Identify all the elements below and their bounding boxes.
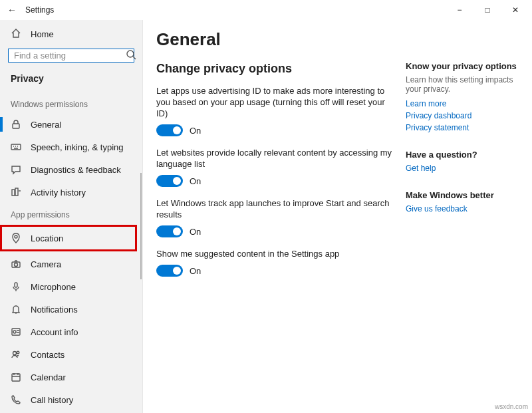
location-icon xyxy=(11,233,21,243)
keyboard-icon xyxy=(11,142,21,152)
mic-icon xyxy=(11,281,21,292)
sidebar-item-camera[interactable]: Camera xyxy=(0,253,142,275)
option-desc: Show me suggested content in the Setting… xyxy=(156,248,396,259)
link-learn-more[interactable]: Learn more xyxy=(406,99,519,108)
sidebar-item-contacts[interactable]: Contacts xyxy=(0,343,142,366)
windows-permissions-head: Windows permissions xyxy=(0,93,142,113)
search-icon xyxy=(126,49,136,62)
sidebar-item-diagnostics[interactable]: Diagnostics & feedback xyxy=(0,158,142,181)
sidebar-item-label: Camera xyxy=(31,259,61,269)
aside-panel: Know your privacy options Learn how this… xyxy=(406,29,519,413)
sidebar-item-label: Diagnostics & feedback xyxy=(31,165,121,175)
watermark: wsxdn.com xyxy=(495,403,528,410)
sidebar-item-label: Speech, inking, & typing xyxy=(31,142,123,152)
aside-group3-head: Make Windows better xyxy=(406,190,519,200)
page-title: General xyxy=(156,29,406,50)
sidebar-item-label: Account info xyxy=(31,327,78,337)
svg-rect-8 xyxy=(15,283,17,287)
sidebar-scroll-thumb[interactable] xyxy=(140,173,142,279)
svg-rect-13 xyxy=(12,374,20,381)
bell-icon xyxy=(11,304,21,315)
toggle-app-launches[interactable] xyxy=(156,225,183,237)
sidebar-item-general[interactable]: General xyxy=(0,113,142,136)
svg-point-11 xyxy=(13,352,17,355)
link-get-help[interactable]: Get help xyxy=(406,164,519,173)
sidebar-item-notifications[interactable]: Notifications xyxy=(0,298,142,321)
sidebar-item-location[interactable]: Location xyxy=(2,227,135,249)
option-language-list: Let websites provide locally relevant co… xyxy=(156,147,406,187)
svg-point-0 xyxy=(127,51,134,57)
sidebar-item-label: Contacts xyxy=(31,350,65,360)
sidebar-item-label: Notifications xyxy=(31,305,78,315)
sidebar-item-microphone[interactable]: Microphone xyxy=(0,275,142,298)
svg-rect-2 xyxy=(11,144,21,150)
toggle-advertising-id[interactable] xyxy=(156,124,183,136)
link-privacy-statement[interactable]: Privacy statement xyxy=(406,123,519,132)
titlebar: ← Settings − □ ✕ xyxy=(0,0,532,20)
option-app-launches: Let Windows track app launches to improv… xyxy=(156,198,406,237)
sidebar-item-activity[interactable]: Activity history xyxy=(0,181,142,204)
home-icon xyxy=(11,28,21,41)
calendar-icon xyxy=(11,372,21,382)
sidebar-item-call-history[interactable]: Call history xyxy=(0,388,142,411)
home-button[interactable]: Home xyxy=(0,24,142,49)
back-button[interactable]: ← xyxy=(3,5,21,15)
toggle-state: On xyxy=(190,227,201,237)
toggle-state: On xyxy=(190,126,201,136)
svg-point-7 xyxy=(15,263,18,267)
svg-point-5 xyxy=(15,235,17,238)
app-permissions-head: App permissions xyxy=(0,204,142,223)
svg-point-12 xyxy=(17,351,19,354)
aside-group2-head: Have a question? xyxy=(406,150,519,160)
minimize-button[interactable]: − xyxy=(446,0,473,20)
sidebar-item-calendar[interactable]: Calendar xyxy=(0,366,142,388)
sidebar-item-label: Location xyxy=(31,233,63,243)
svg-point-10 xyxy=(13,331,16,333)
aside-group1-text: Learn how this setting impacts your priv… xyxy=(406,75,519,94)
option-desc: Let Windows track app launches to improv… xyxy=(156,198,396,220)
option-desc: Let apps use advertising ID to make ads … xyxy=(156,85,396,119)
home-label: Home xyxy=(31,29,54,39)
toggle-language-list[interactable] xyxy=(156,175,183,187)
search-input-wrap[interactable] xyxy=(8,49,134,63)
phone-icon xyxy=(11,394,21,405)
aside-group1-head: Know your privacy options xyxy=(406,61,519,71)
maximize-button[interactable]: □ xyxy=(473,0,501,20)
sidebar-item-label: Microphone xyxy=(31,282,76,292)
lock-icon xyxy=(11,119,21,130)
account-icon xyxy=(11,327,21,337)
sidebar-item-label: Call history xyxy=(31,395,73,405)
svg-rect-4 xyxy=(15,188,18,196)
svg-rect-3 xyxy=(12,190,15,196)
feedback-icon xyxy=(11,164,21,175)
sidebar-item-label: Calendar xyxy=(31,372,66,382)
sidebar-item-label: Activity history xyxy=(31,188,86,198)
contacts-icon xyxy=(11,349,21,360)
toggle-suggested-content[interactable] xyxy=(156,265,183,277)
camera-icon xyxy=(11,259,21,269)
sidebar-item-account[interactable]: Account info xyxy=(0,321,142,343)
main-panel: General Change privacy options Let apps … xyxy=(143,20,532,413)
history-icon xyxy=(11,187,21,198)
window-title: Settings xyxy=(21,5,54,15)
search-input[interactable] xyxy=(14,51,126,61)
sidebar-item-label: General xyxy=(31,120,61,130)
location-highlight: Location xyxy=(0,225,137,251)
link-give-feedback[interactable]: Give us feedback xyxy=(406,204,519,213)
option-desc: Let websites provide locally relevant co… xyxy=(156,147,396,170)
option-suggested-content: Show me suggested content in the Setting… xyxy=(156,248,406,277)
toggle-state: On xyxy=(190,266,201,276)
sidebar-item-speech[interactable]: Speech, inking, & typing xyxy=(0,136,142,158)
toggle-state: On xyxy=(190,176,201,186)
link-privacy-dashboard[interactable]: Privacy dashboard xyxy=(406,111,519,120)
option-advertising-id: Let apps use advertising ID to make ads … xyxy=(156,85,406,136)
svg-rect-1 xyxy=(13,124,19,128)
current-section: Privacy xyxy=(0,72,142,93)
sidebar: Home Privacy Windows permissions General… xyxy=(0,20,143,413)
page-subtitle: Change privacy options xyxy=(156,62,406,76)
close-button[interactable]: ✕ xyxy=(501,0,529,20)
